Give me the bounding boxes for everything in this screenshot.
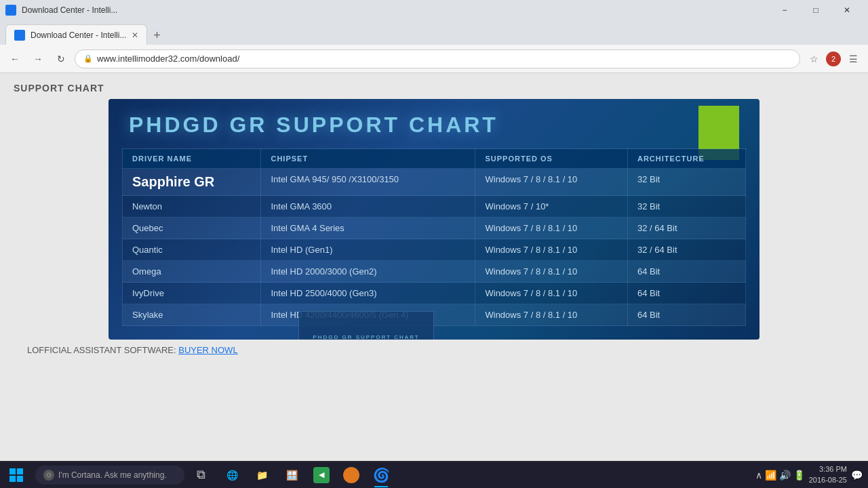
- back-button[interactable]: ←: [5, 49, 24, 68]
- taskbar-app-explorer[interactable]: 📁: [247, 462, 277, 489]
- arch-cell: 64 Bit: [627, 261, 745, 283]
- title-bar-text: Download Center - Intelli...: [22, 5, 117, 15]
- store-icon: 🪟: [283, 467, 300, 483]
- driver-name-cell: IvyDrive: [123, 283, 261, 304]
- os-cell: Windows 7 / 10*: [475, 196, 627, 218]
- close-button[interactable]: ✕: [831, 0, 863, 20]
- nav-icons: ☆ 2 ☰: [804, 49, 863, 68]
- cortana-text: I'm Cortana. Ask me anything.: [58, 470, 167, 480]
- driver-name-cell: Quantic: [123, 239, 261, 261]
- table-row: OmegaIntel HD 2000/3000 (Gen2)Windows 7 …: [123, 261, 746, 283]
- clock-time: 3:36 PM: [809, 464, 847, 474]
- tooltip-content: PHDGD GR SUPPORT CHART Intel HD 2000/300…: [313, 334, 419, 340]
- taskbar: ⊙ I'm Cortana. Ask me anything. ⧉ 🌐 📁 🪟 …: [0, 461, 868, 488]
- title-bar: Download Center - Intelli... − □ ✕: [0, 0, 868, 20]
- forward-button[interactable]: →: [28, 49, 47, 68]
- taskbar-clock[interactable]: 3:36 PM 2016-08-25: [809, 464, 847, 485]
- window-controls: − □ ✕: [769, 0, 863, 20]
- chart-title: PHDGD GR SUPPORT CHART: [129, 113, 498, 138]
- taskbar-apps: 🌐 📁 🪟 ◀ 🌀: [217, 462, 396, 489]
- taskbar-app-orange[interactable]: [336, 462, 366, 489]
- tab-label: Download Center - Intelli...: [31, 30, 126, 40]
- windows-logo-icon: [9, 468, 23, 482]
- col-header-driver: DRIVER NAME: [123, 149, 261, 169]
- os-cell: Windows 7 / 8 / 8.1 / 10: [475, 218, 627, 239]
- taskbar-app-green[interactable]: ◀: [307, 462, 336, 489]
- volume-icon[interactable]: 🔊: [779, 470, 791, 481]
- explorer-icon: 📁: [254, 467, 270, 483]
- buy-now-link[interactable]: BUYER NOWL: [178, 345, 237, 355]
- chipset-cell: Intel HD (Gen1): [261, 239, 475, 261]
- browser-window: Download Center - Intelli... − □ ✕ Downl…: [0, 0, 868, 488]
- expand-tray-icon[interactable]: ∧: [755, 470, 762, 481]
- chipset-cell: Intel HD 2000/3000 (Gen2): [261, 261, 475, 283]
- os-cell: Windows 7 / 8 / 8.1 / 10: [475, 304, 627, 326]
- clock-date: 2016-08-25: [809, 475, 847, 485]
- tab-close-button[interactable]: ✕: [132, 30, 138, 40]
- menu-icon[interactable]: ☰: [844, 49, 863, 68]
- driver-name: IvyDrive: [132, 288, 164, 298]
- os-cell: Windows 7 / 8 / 8.1 / 10: [475, 283, 627, 304]
- maximize-button[interactable]: □: [800, 0, 831, 20]
- notification-icon[interactable]: 💬: [851, 470, 863, 481]
- arch-cell: 64 Bit: [627, 283, 745, 304]
- driver-name-bold: Sapphire GR: [132, 174, 214, 189]
- table-row: QuanticIntel HD (Gen1)Windows 7 / 8 / 8.…: [123, 239, 746, 261]
- taskbar-app-ie[interactable]: 🌐: [217, 462, 247, 489]
- chart-header: PHDGD GR SUPPORT CHART: [108, 99, 760, 148]
- start-button[interactable]: [0, 462, 33, 489]
- table-row: QuebecIntel GMA 4 SeriesWindows 7 / 8 / …: [123, 218, 746, 239]
- arch-cell: 32 / 64 Bit: [627, 218, 745, 239]
- col-header-arch: ARCHITECTURE: [627, 149, 745, 169]
- driver-name: Newton: [132, 201, 162, 211]
- network-icon[interactable]: 📶: [765, 470, 776, 481]
- cortana-search[interactable]: ⊙ I'm Cortana. Ask me anything.: [35, 466, 184, 485]
- battery-icon[interactable]: 🔋: [793, 470, 805, 481]
- nav-bar: ← → ↻ 🔒 www.intellimodder32.com/download…: [0, 45, 868, 73]
- chipset-cell: Intel GMA 3600: [261, 196, 475, 218]
- cortana-icon: ⊙: [43, 470, 54, 481]
- chipset-cell: Intel GMA 945/ 950 /X3100/3150: [261, 169, 475, 196]
- driver-name-cell: Quebec: [123, 218, 261, 239]
- user-profile-icon[interactable]: 2: [826, 52, 841, 66]
- chrome-icon: 🌀: [373, 467, 389, 483]
- tab-bar: Download Center - Intelli... ✕ +: [0, 20, 868, 45]
- task-view-button[interactable]: ⧉: [187, 462, 214, 489]
- active-tab[interactable]: Download Center - Intelli... ✕: [5, 24, 147, 45]
- orange-app-icon: [343, 467, 359, 483]
- tab-favicon: [5, 5, 16, 16]
- address-text: www.intellimodder32.com/download/: [97, 54, 239, 64]
- ie-icon: 🌐: [224, 467, 240, 483]
- secure-icon: 🔒: [83, 54, 93, 63]
- table-row: IvyDriveIntel HD 2500/4000 (Gen3)Windows…: [123, 283, 746, 304]
- section-title: SUPPORT CHART: [14, 83, 854, 94]
- arch-cell: 32 Bit: [627, 169, 745, 196]
- new-tab-button[interactable]: +: [147, 26, 166, 45]
- chipset-cell: Intel HD 2500/4000 (Gen3): [261, 283, 475, 304]
- minimize-button[interactable]: −: [769, 0, 800, 20]
- taskbar-tray: ∧ 📶 🔊 🔋 3:36 PM 2016-08-25 💬: [755, 464, 868, 485]
- bookmark-star-icon[interactable]: ☆: [804, 49, 823, 68]
- tab-favicon-icon: [14, 30, 25, 41]
- arch-cell: 32 Bit: [627, 196, 745, 218]
- taskbar-app-store[interactable]: 🪟: [277, 462, 307, 489]
- driver-name-cell: Sapphire GR: [123, 169, 261, 196]
- taskbar-app-chrome[interactable]: 🌀: [366, 462, 396, 489]
- col-header-os: SUPPORTED OS: [475, 149, 627, 169]
- support-chart-container: PHDGD GR SUPPORT CHART DRIVER NAME CHIPS…: [108, 99, 760, 340]
- table-row: SkylakeIntel HD 4200/4400/4600/5 (Gen 4)…: [123, 304, 746, 326]
- driver-name-cell: Omega: [123, 261, 261, 283]
- driver-name: Quebec: [132, 223, 163, 233]
- refresh-button[interactable]: ↻: [52, 49, 71, 68]
- os-cell: Windows 7 / 8 / 8.1 / 10: [475, 261, 627, 283]
- os-cell: Windows 7 / 8 / 8.1 / 10: [475, 169, 627, 196]
- green-app-icon: ◀: [313, 467, 330, 483]
- driver-name: Quantic: [132, 245, 163, 255]
- official-text: LOFFICIAL ASSISTANT SOFTWARE:: [27, 345, 176, 355]
- chipset-cell: Intel GMA 4 Series: [261, 218, 475, 239]
- col-header-chipset: CHIPSET: [261, 149, 475, 169]
- address-bar[interactable]: 🔒 www.intellimodder32.com/download/: [75, 49, 800, 68]
- table-row: Sapphire GRIntel GMA 945/ 950 /X3100/315…: [123, 169, 746, 196]
- os-cell: Windows 7 / 8 / 8.1 / 10: [475, 239, 627, 261]
- page-content: SUPPORT CHART PHDGD GR SUPPORT CHART DRI…: [0, 73, 868, 461]
